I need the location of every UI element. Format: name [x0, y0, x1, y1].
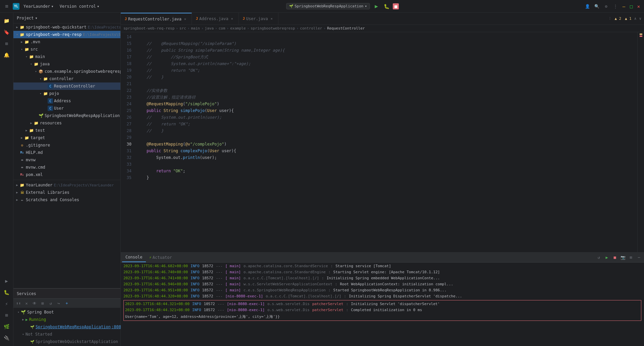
folder-icon-quickstart: 📁	[19, 24, 25, 30]
tree-item-year-launder[interactable]: ▶ 📁 YearLaunder E:\IdeaProjects\YearLaun…	[13, 181, 120, 189]
warning-count[interactable]: ▲ 2 ▲ 1	[614, 16, 632, 21]
console-tab-actuator[interactable]: ⚡ Actuator	[146, 252, 175, 262]
tree-item-mvnw-cmd[interactable]: = mvnw.cmd	[13, 164, 120, 171]
svc-app-running[interactable]: 🌱 SpringbootWebReqRespApplication :8080/	[13, 323, 120, 331]
tree-item-java[interactable]: ▾ 📁 java	[13, 60, 120, 68]
tree-item-user[interactable]: C User	[13, 105, 120, 112]
git-icon[interactable]: 🌿	[1, 321, 12, 332]
plugins-icon[interactable]: 🔌	[1, 333, 12, 343]
tree-item-resources[interactable]: ▶ 📁 resources	[13, 119, 120, 127]
tab-chevron-up[interactable]: ∧	[634, 16, 637, 21]
tab-addr-close[interactable]: ✕	[230, 16, 234, 21]
close-button[interactable]: ✕	[636, 4, 641, 9]
svc-add-btn[interactable]: +	[63, 300, 70, 307]
profile-icon[interactable]: 👤	[584, 3, 591, 10]
tree-item-main-app[interactable]: 🌱 SpringbootWebReqRespApplication	[13, 112, 120, 119]
tree-item-gitignore[interactable]: ⊙ .gitignore	[13, 141, 120, 149]
actuator-icon: ⚡	[149, 255, 152, 260]
breadcrumb-java[interactable]: java	[205, 26, 214, 31]
console-cam-btn[interactable]: 📷	[619, 254, 627, 261]
console-reload-btn[interactable]: ↺	[595, 254, 602, 261]
more-icon[interactable]: ⋮	[612, 3, 619, 10]
tree-item-request-controller[interactable]: C RequestController	[13, 82, 120, 90]
svc-up-down-btn[interactable]: ⬆⬇	[15, 300, 22, 307]
debug-panel-icon[interactable]: 🐛	[1, 287, 12, 298]
console-wrap-btn[interactable]: ⊞	[627, 254, 635, 261]
tree-item-mvn[interactable]: ▶ 📁 .mvn	[13, 38, 120, 46]
gutter-warning[interactable]	[640, 34, 642, 35]
tree-item-springboot-quickstart[interactable]: ▶ 📁 springboot-web-quickstart E:\IdeaPro…	[13, 23, 120, 31]
console-run-btn[interactable]: ▶	[603, 254, 610, 261]
structure-icon[interactable]: ⊞	[1, 38, 12, 49]
tab-request-controller[interactable]: J RequestController.java ✕	[121, 13, 192, 24]
run-config-selector[interactable]: 🌱 SpringbootWebReqRespApplication ▾	[286, 3, 370, 9]
tree-item-scratches[interactable]: ▶ ✏ Scratches and Consoles	[13, 196, 120, 204]
breadcrumb-package[interactable]: springbootwebreqresp	[251, 26, 295, 31]
breadcrumb-controller[interactable]: controller	[300, 26, 322, 31]
services-header: Services	[13, 288, 120, 298]
title-version-control[interactable]: Version control ▾	[58, 3, 102, 9]
notifications-icon[interactable]: 🔔	[1, 50, 12, 60]
tree-item-address[interactable]: C Address	[13, 97, 120, 105]
file-icon-mvnw-cmd: =	[19, 165, 25, 170]
console-more-btn[interactable]: ⋯	[635, 254, 643, 261]
terminal-icon[interactable]: ⊞	[1, 310, 12, 321]
bookmarks-icon[interactable]: 🔖	[1, 27, 12, 38]
minimize-button[interactable]: —	[621, 4, 627, 9]
breadcrumb-project[interactable]: springboot-web-req-resp	[123, 26, 174, 31]
tab-chevron-down[interactable]: ∨	[638, 16, 642, 21]
hamburger-menu[interactable]: ≡	[3, 2, 11, 10]
tree-item-pojo[interactable]: ▾ 📁 pojo	[13, 90, 120, 97]
tab-address[interactable]: J Address.java ✕	[192, 13, 239, 24]
svc-quickstart-app[interactable]: 🌱 SpringbootWebQuickstartApplication	[13, 338, 120, 345]
svc-refresh-btn[interactable]: ↺	[47, 300, 54, 307]
breadcrumb-rc[interactable]: RequestController	[327, 26, 365, 31]
project-view-icon[interactable]: 📁	[1, 15, 12, 26]
log-line-4: 2023-09-17T16:46:46.946+08:00 INFO 18572…	[121, 281, 644, 287]
console-stop-btn[interactable]: ■	[611, 254, 619, 261]
console-tab-console[interactable]: Console	[122, 252, 146, 262]
run-panel-icon[interactable]: ▶	[1, 276, 12, 286]
svc-running-group[interactable]: ▶ ▶ Running	[13, 316, 120, 323]
tree-item-springboot-req-resp[interactable]: ▾ 📁 springboot-web-req-resp E:\IdeaProje…	[13, 31, 120, 38]
gutter-error[interactable]	[640, 36, 642, 37]
folder-icon-src: 📁	[24, 47, 30, 52]
title-bar-left: ≡ YL YearLaunder ▾ Version control ▾	[3, 2, 101, 10]
svc-qs-spring-icon: 🌱	[30, 340, 34, 344]
tree-item-mvnw[interactable]: = mvnw	[13, 156, 120, 164]
tree-item-external-libs[interactable]: ▶ 🏛 External Libraries	[13, 189, 120, 196]
svc-eye-btn[interactable]: 👁	[31, 300, 38, 307]
svc-back-btn[interactable]: ↪	[55, 300, 62, 307]
tab-more-btn[interactable]: ⋮	[607, 16, 612, 21]
tree-item-pom-xml[interactable]: M↓ pom.xml	[13, 171, 120, 178]
tree-item-controller[interactable]: ▾ 📁 controller	[13, 75, 120, 82]
run-button[interactable]: ▶	[373, 3, 380, 10]
svc-running-arrow: ▶	[21, 318, 25, 321]
tree-item-target[interactable]: ▶ 📁 target	[13, 134, 120, 141]
svc-layout-btn[interactable]: ⊞	[39, 300, 46, 307]
svc-not-started-group[interactable]: ▾ Not Started	[13, 331, 120, 338]
tab-user-close[interactable]: ✕	[269, 16, 274, 21]
tree-item-help-md[interactable]: M↓ HELP.md	[13, 149, 120, 156]
stop-button[interactable]: ■	[393, 3, 399, 9]
tree-item-src[interactable]: ▾ 📁 src	[13, 46, 120, 53]
svc-app-name[interactable]: SpringbootWebReqRespApplication	[36, 325, 111, 329]
breadcrumb-com[interactable]: com	[219, 26, 225, 31]
tab-rc-close[interactable]: ✕	[183, 17, 187, 21]
breadcrumb-src[interactable]: src	[179, 26, 186, 31]
breadcrumb-example[interactable]: example	[230, 26, 246, 31]
maximize-button[interactable]: □	[629, 4, 634, 9]
services-panel-icon[interactable]: ⚡	[1, 298, 12, 309]
title-app-name[interactable]: YearLaunder ▾	[21, 3, 56, 9]
tree-item-package[interactable]: ▾ 📦 com.example.springbootwebreqresp	[13, 68, 120, 75]
code-editor[interactable]: // @RequestMapping("/simpleParam") // pu…	[134, 32, 637, 252]
settings-icon[interactable]: ⚙	[602, 3, 610, 10]
tree-item-main[interactable]: ▾ 📁 main	[13, 53, 120, 60]
breadcrumb-main[interactable]: main	[191, 26, 200, 31]
debug-button[interactable]: 🐛	[383, 3, 390, 10]
svc-close-btn[interactable]: ✕	[23, 300, 30, 307]
tab-user[interactable]: J User.java ✕	[239, 13, 278, 24]
svc-spring-boot[interactable]: ▾ 🌱 Spring Boot	[13, 308, 120, 316]
search-icon[interactable]: 🔍	[593, 3, 600, 10]
tree-item-test[interactable]: ▶ 📁 test	[13, 127, 120, 134]
